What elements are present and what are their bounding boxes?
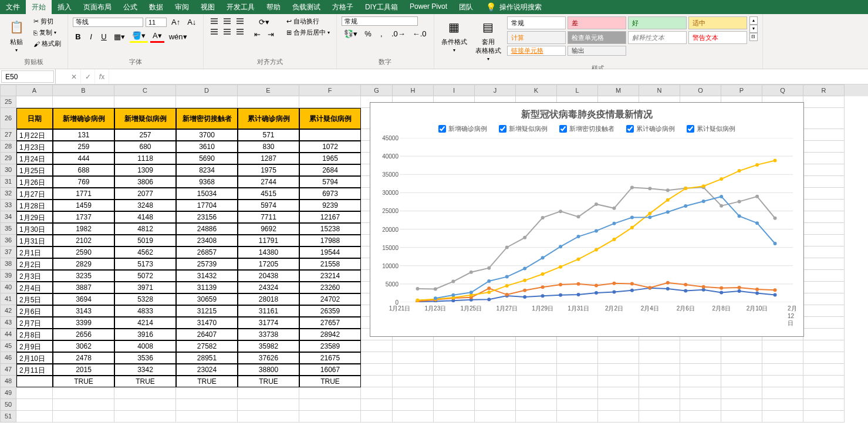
cell-G50[interactable]: [361, 399, 393, 411]
bold-button[interactable]: B: [73, 31, 83, 42]
cell-B49[interactable]: [53, 387, 114, 399]
cell-B29[interactable]: 444: [53, 153, 114, 164]
cell-H49[interactable]: [393, 387, 434, 399]
column-header-Q[interactable]: Q: [762, 85, 803, 96]
cell-R29[interactable]: [803, 153, 845, 164]
column-header-D[interactable]: D: [176, 85, 238, 96]
gallery-down-button[interactable]: ▾: [749, 25, 758, 33]
cell-D34[interactable]: 23156: [176, 211, 238, 223]
cell-B31[interactable]: 769: [53, 176, 114, 188]
cell-D32[interactable]: 15034: [176, 188, 238, 200]
menu-tab-团队[interactable]: 团队: [453, 0, 479, 14]
cell-O49[interactable]: [680, 387, 721, 399]
menu-tab-帮助[interactable]: 帮助: [261, 0, 286, 14]
row-header-35[interactable]: 35: [0, 223, 16, 235]
cell-B30[interactable]: 688: [53, 164, 114, 176]
cell-O47[interactable]: [680, 364, 721, 376]
percent-button[interactable]: %: [362, 28, 374, 39]
cell-L47[interactable]: [557, 364, 598, 376]
cell-E48[interactable]: TRUE: [238, 376, 299, 387]
cell-R37[interactable]: [803, 246, 845, 258]
cell-C41[interactable]: 5328: [114, 293, 176, 305]
cell-D31[interactable]: 9368: [176, 176, 238, 188]
cell-K48[interactable]: [516, 376, 557, 387]
copy-button[interactable]: ⎘复制▾: [32, 28, 63, 38]
cell-N49[interactable]: [639, 387, 680, 399]
chart-object[interactable]: 新型冠状病毒肺炎疫情最新情况 新增确诊病例新增疑似病例新增密切接触者累计确诊病例…: [370, 102, 804, 337]
cell-B48[interactable]: TRUE: [53, 376, 114, 387]
style-neutral[interactable]: 适中: [688, 16, 747, 29]
cell-B33[interactable]: 1459: [53, 200, 114, 211]
cell-C45[interactable]: 4008: [114, 340, 176, 352]
cell-F49[interactable]: [299, 387, 361, 399]
style-check[interactable]: 检查单元格: [568, 31, 626, 44]
column-header-K[interactable]: K: [516, 85, 557, 96]
cell-F36[interactable]: 17988: [299, 235, 361, 246]
font-size-select[interactable]: [146, 18, 167, 27]
cell-M46[interactable]: [598, 352, 639, 364]
cell-L50[interactable]: [557, 399, 598, 411]
cell-I45[interactable]: [434, 340, 475, 352]
decrease-decimal-button[interactable]: ←.0: [410, 28, 429, 39]
cell-Q49[interactable]: [762, 387, 803, 399]
gallery-more-button[interactable]: ⊟: [749, 33, 758, 41]
cell-F37[interactable]: 19544: [299, 246, 361, 258]
cell-M50[interactable]: [598, 399, 639, 411]
cell-B51[interactable]: [53, 411, 114, 423]
cell-F51[interactable]: [299, 411, 361, 423]
cell-A46[interactable]: 2月10日: [16, 352, 53, 364]
cell-I50[interactable]: [434, 399, 475, 411]
cell-R51[interactable]: [803, 411, 845, 423]
cell-C30[interactable]: 1309: [114, 164, 176, 176]
cell-B46[interactable]: 2478: [53, 352, 114, 364]
cell-C34[interactable]: 4148: [114, 211, 176, 223]
cell-F45[interactable]: 23589: [299, 340, 361, 352]
cell-F39[interactable]: 23214: [299, 270, 361, 282]
cell-G47[interactable]: [361, 364, 393, 376]
paste-button[interactable]: 📋 粘贴 ▾: [5, 16, 28, 54]
column-header-P[interactable]: P: [721, 85, 762, 96]
cell-A26[interactable]: 日期: [16, 108, 53, 129]
row-header-44[interactable]: 44: [0, 329, 16, 340]
cell-D36[interactable]: 23408: [176, 235, 238, 246]
cell-E40[interactable]: 24324: [238, 282, 299, 293]
cell-B37[interactable]: 2590: [53, 246, 114, 258]
cell-P45[interactable]: [721, 340, 762, 352]
cell-I49[interactable]: [434, 387, 475, 399]
legend-checkbox[interactable]: [559, 125, 567, 133]
menu-tab-Power Pivot[interactable]: Power Pivot: [404, 0, 453, 14]
cell-D48[interactable]: TRUE: [176, 376, 238, 387]
italic-button[interactable]: I: [86, 31, 96, 42]
cell-R47[interactable]: [803, 364, 845, 376]
row-header-45[interactable]: 45: [0, 340, 16, 352]
cell-D39[interactable]: 31432: [176, 270, 238, 282]
menu-tab-文件[interactable]: 文件: [0, 0, 26, 14]
cell-E47[interactable]: 38800: [238, 364, 299, 376]
menu-tab-开始[interactable]: 开始: [26, 0, 52, 14]
cell-R34[interactable]: [803, 211, 845, 223]
cell-M51[interactable]: [598, 411, 639, 423]
cell-R30[interactable]: [803, 164, 845, 176]
cell-J48[interactable]: [475, 376, 516, 387]
cell-I47[interactable]: [434, 364, 475, 376]
cell-C27[interactable]: 257: [114, 129, 176, 141]
cell-C51[interactable]: [114, 411, 176, 423]
accounting-format-button[interactable]: 💱▾: [342, 28, 360, 39]
cell-D38[interactable]: 25739: [176, 258, 238, 270]
menu-tab-页面布局[interactable]: 页面布局: [77, 0, 117, 14]
increase-indent-button[interactable]: ⇥: [265, 29, 276, 40]
cut-button[interactable]: ✂剪切: [32, 16, 63, 26]
align-center-button[interactable]: [221, 27, 233, 36]
row-header-37[interactable]: 37: [0, 246, 16, 258]
increase-decimal-button[interactable]: .0→: [389, 28, 408, 39]
row-header-42[interactable]: 42: [0, 305, 16, 317]
row-header-27[interactable]: 27: [0, 129, 16, 141]
cell-C50[interactable]: [114, 399, 176, 411]
cell-E37[interactable]: 14380: [238, 246, 299, 258]
cell-A45[interactable]: 2月9日: [16, 340, 53, 352]
column-header-L[interactable]: L: [557, 85, 598, 96]
cell-E25[interactable]: [238, 96, 299, 108]
cell-R48[interactable]: [803, 376, 845, 387]
cell-R32[interactable]: [803, 188, 845, 200]
font-color-button[interactable]: A▾: [150, 30, 164, 43]
